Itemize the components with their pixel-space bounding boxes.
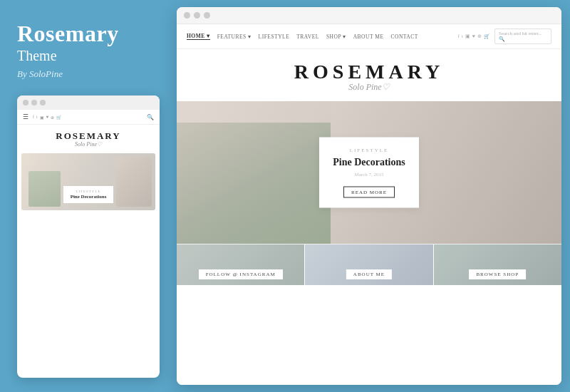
search-placeholder-text: Search and hit enter... <box>499 31 542 36</box>
main-nav-right: f t ▣ ♥ ⊕ 🛒 Search and hit enter... 🔍 <box>458 29 551 44</box>
main-tw-icon: t <box>462 33 463 39</box>
hamburger-icon[interactable]: ☰ <box>23 113 28 120</box>
nav-lifestyle[interactable]: LIFESTYLE <box>259 33 290 40</box>
theme-title: Rosemary <box>17 21 119 46</box>
mini-nav-left: ☰ f t ▣ ♥ ⊕ 🛒 <box>23 113 61 120</box>
tw-icon: t <box>36 115 38 120</box>
bottom-tiles-row: FOLLOW @ INSTAGRAM ABOUT ME BROWSE SHOP <box>177 244 561 285</box>
main-pin-icon: ♥ <box>472 33 475 39</box>
main-dot-3 <box>204 12 210 19</box>
main-body: ROSEMARY Solo Pine♡ LIFESTYLE Pine Decor… <box>177 49 561 385</box>
right-panel: HOME ▾ FEATURES ▾ LIFESTYLE TRAVEL SHOP … <box>177 0 570 392</box>
mini-browser: ☰ f t ▣ ♥ ⊕ 🛒 🔍 ROSEMARY Solo Pine♡ <box>17 96 160 378</box>
left-panel: Rosemary Theme By SoloPine ☰ f t ▣ ♥ ⊕ 🛒… <box>0 0 177 392</box>
main-browser: HOME ▾ FEATURES ▾ LIFESTYLE TRAVEL SHOP … <box>177 7 561 385</box>
mini-person-figure <box>116 157 152 207</box>
main-nav-left: HOME ▾ FEATURES ▾ LIFESTYLE TRAVEL SHOP … <box>187 33 418 40</box>
cart-icon: 🛒 <box>56 115 61 120</box>
main-ig-icon: ▣ <box>465 33 470 39</box>
nav-shop[interactable]: SHOP ▾ <box>326 33 346 40</box>
hero-card: LIFESTYLE Pine Decorations March 7, 2015… <box>319 138 419 208</box>
about-tile-label: ABOUT ME <box>346 269 392 279</box>
mini-nav: ☰ f t ▣ ♥ ⊕ 🛒 🔍 <box>17 110 160 125</box>
mini-logo-text: ROSEMARY <box>21 130 155 142</box>
theme-byline: By SoloPine <box>17 68 63 80</box>
hero-card-date: March 7, 2015 <box>332 172 406 177</box>
mini-hero-image: LIFESTYLE Pine Decorations <box>21 153 155 210</box>
mini-logo-area: ROSEMARY Solo Pine♡ <box>21 130 155 148</box>
mini-hero-card: LIFESTYLE Pine Decorations <box>63 186 113 203</box>
nav-travel[interactable]: TRAVEL <box>296 33 319 40</box>
main-social-icons: f t ▣ ♥ ⊕ 🛒 <box>458 33 490 39</box>
main-fb-icon: f <box>458 33 460 39</box>
shop-tile-label: BROWSE SHOP <box>469 269 526 279</box>
main-logo-area: ROSEMARY Solo Pine♡ <box>177 49 561 101</box>
main-logo-text: ROSEMARY <box>177 61 561 83</box>
mini-body: ROSEMARY Solo Pine♡ LIFESTYLE Pine Decor… <box>17 125 160 220</box>
hero-area: LIFESTYLE Pine Decorations March 7, 2015… <box>177 101 561 244</box>
mini-dot-2 <box>31 100 37 105</box>
mini-logo-sub: Solo Pine♡ <box>21 141 155 148</box>
mini-topbar <box>17 96 160 110</box>
main-nav: HOME ▾ FEATURES ▾ LIFESTYLE TRAVEL SHOP … <box>177 24 561 49</box>
bottom-tile-instagram[interactable]: FOLLOW @ INSTAGRAM <box>177 244 305 285</box>
nav-home[interactable]: HOME ▾ <box>187 33 210 40</box>
nav-about[interactable]: ABOUT ME <box>353 33 384 40</box>
mini-search-icon[interactable]: 🔍 <box>147 114 154 120</box>
instagram-tile-label: FOLLOW @ INSTAGRAM <box>199 269 283 279</box>
bottom-tile-about[interactable]: ABOUT ME <box>305 244 433 285</box>
main-rss-icon: ⊕ <box>477 33 482 39</box>
ig-icon: ▣ <box>40 115 44 120</box>
mini-pine-decoration <box>28 171 61 207</box>
hero-card-category: LIFESTYLE <box>332 148 406 153</box>
main-dot-1 <box>184 12 190 19</box>
read-more-button[interactable]: READ MORE <box>343 187 395 198</box>
main-search-box[interactable]: Search and hit enter... 🔍 <box>494 29 551 44</box>
mini-dot-1 <box>23 100 28 105</box>
hero-card-title: Pine Decorations <box>332 157 406 168</box>
main-topbar <box>177 7 561 24</box>
theme-subtitle: Theme <box>17 48 57 64</box>
main-dot-2 <box>194 12 200 19</box>
rss-icon: ⊕ <box>51 115 54 120</box>
nav-contact[interactable]: CONTACT <box>391 33 418 40</box>
nav-features[interactable]: FEATURES ▾ <box>217 33 252 40</box>
main-logo-sub: Solo Pine♡ <box>177 82 561 93</box>
heart-icon: ♥ <box>46 115 49 120</box>
mini-hero-category: LIFESTYLE <box>69 190 108 193</box>
main-cart-icon: 🛒 <box>484 33 490 39</box>
fb-icon: f <box>33 115 34 120</box>
mini-social-icons: f t ▣ ♥ ⊕ 🛒 <box>33 115 61 120</box>
mini-hero-title: Pine Decorations <box>69 194 108 200</box>
bottom-tile-shop[interactable]: BROWSE SHOP <box>434 244 561 285</box>
mini-dot-3 <box>40 100 46 105</box>
search-icon[interactable]: 🔍 <box>499 36 505 42</box>
